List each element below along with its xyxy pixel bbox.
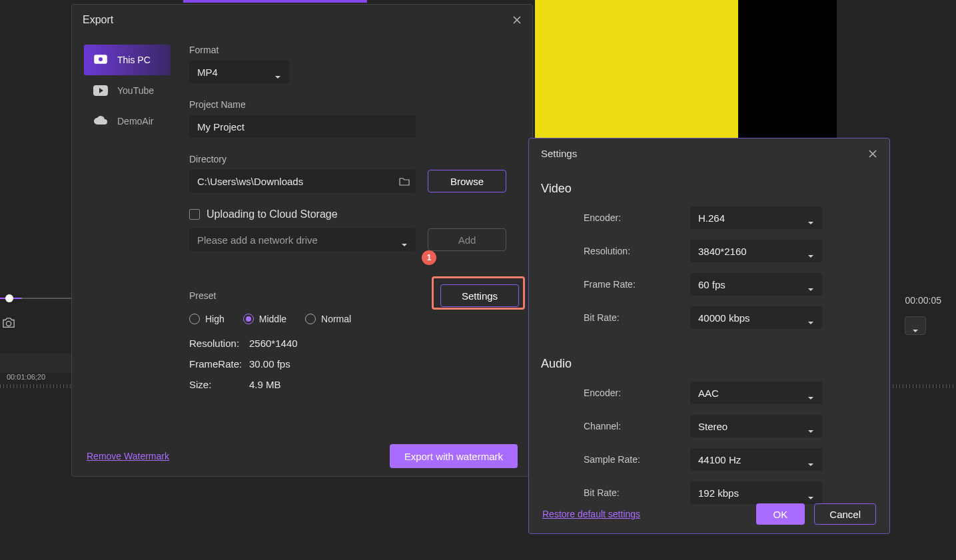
video-bitrate-select[interactable]: 40000 kbps [690,306,822,329]
timeline-zoom-slider[interactable] [0,296,73,299]
audio-encoder-label: Encoder: [584,388,690,398]
sidebar-item-label: YouTube [117,85,154,96]
export-dialog-title: Export [83,14,113,26]
video-resolution-label: Resolution: [584,246,690,256]
checkbox-icon[interactable] [189,209,200,220]
sidebar-item-demoair[interactable]: DemoAir [84,106,171,137]
sidebar-item-label: DemoAir [117,116,153,127]
pc-icon [93,54,108,66]
preview-content [535,0,738,138]
preset-radio-normal[interactable]: Normal [305,314,351,324]
export-dialog-titlebar: Export [72,5,532,35]
close-icon[interactable] [868,149,877,158]
settings-dialog-title: Settings [541,148,577,159]
preset-radio-middle[interactable]: Middle [243,314,286,324]
audio-samplerate-select[interactable]: 44100 Hz [690,448,822,471]
add-drive-button[interactable]: Add [428,228,506,251]
export-dialog: Export This PC YouTube Dem [71,4,533,477]
info-size-value: 4.9 MB [249,379,519,390]
browse-button[interactable]: Browse [428,170,506,192]
cancel-button[interactable]: Cancel [814,503,876,525]
chevron-down-icon [912,324,919,328]
chevron-down-icon [807,316,814,320]
video-resolution-select[interactable]: 3840*2160 [690,240,822,262]
network-drive-placeholder: Please add a network drive [197,234,318,246]
video-section-heading: Video [529,168,889,201]
project-name-input[interactable]: My Project [189,115,416,138]
audio-channel-label: Channel: [584,421,690,431]
chevron-down-icon [807,424,814,428]
export-form: Format MP4 Project Name My Project Direc… [171,45,524,390]
directory-value: C:\Users\ws\Downloads [189,176,393,187]
settings-button[interactable]: Settings [440,284,519,307]
video-bitrate-label: Bit Rate: [584,312,690,323]
cloud-icon [93,115,108,127]
audio-samplerate-label: Sample Rate: [584,454,690,465]
project-name-label: Project Name [189,99,519,110]
export-sidebar: This PC YouTube DemoAir [84,45,171,390]
network-drive-select[interactable]: Please add a network drive [189,228,416,251]
settings-dialog: Settings Video Encoder: H.264 Resolution… [528,138,890,534]
format-value: MP4 [197,67,218,78]
directory-label: Directory [189,154,519,164]
chevron-down-icon [807,216,814,220]
info-size-label: Size: [189,379,249,390]
format-label: Format [189,45,519,55]
top-accent-bar [183,0,367,3]
chevron-down-icon [274,70,281,74]
restore-defaults-link[interactable]: Restore default settings [542,509,640,519]
settings-dialog-titlebar: Settings [529,139,889,168]
video-encoder-select[interactable]: H.264 [690,206,822,229]
timeline-options-dropdown[interactable] [905,316,926,335]
timeline-track[interactable] [0,353,73,373]
settings-dialog-footer: Restore default settings OK Cancel [529,495,889,533]
chevron-down-icon [807,249,814,253]
chevron-down-icon [401,238,408,242]
ok-button[interactable]: OK [756,503,805,525]
audio-channel-select[interactable]: Stereo [690,415,822,437]
sidebar-item-label: This PC [117,55,151,65]
snapshot-icon[interactable] [1,317,16,329]
timeline-time-left: 00:01:06;20 [7,373,45,381]
export-dialog-footer: Remove Watermark Export with watermark [72,436,532,476]
youtube-icon [93,85,108,97]
audio-section-heading: Audio [529,334,889,376]
project-name-value: My Project [197,121,244,133]
audio-encoder-select[interactable]: AAC [690,382,822,404]
preset-label: Preset [189,290,216,301]
cloud-upload-label: Uploading to Cloud Storage [207,208,338,220]
close-icon[interactable] [512,15,522,25]
remove-watermark-link[interactable]: Remove Watermark [87,451,169,461]
preset-radio-group: High Middle Normal [189,314,519,324]
folder-icon[interactable] [393,176,416,186]
info-resolution-value: 2560*1440 [249,338,519,349]
export-info: Resolution: 2560*1440 FrameRate: 30.00 f… [189,338,519,390]
preset-radio-high[interactable]: High [189,314,225,324]
info-framerate-label: FrameRate: [189,358,249,370]
chevron-down-icon [807,457,814,461]
sidebar-item-youtube[interactable]: YouTube [84,75,171,106]
sidebar-item-this-pc[interactable]: This PC [84,45,171,75]
directory-input[interactable]: C:\Users\ws\Downloads [189,170,416,192]
timeline-time-right: 00:00:05 [905,295,942,306]
export-button[interactable]: Export with watermark [390,444,518,468]
chevron-down-icon [807,282,814,286]
info-framerate-value: 30.00 fps [249,358,519,370]
cloud-upload-checkbox-row[interactable]: Uploading to Cloud Storage [189,208,519,220]
svg-point-1 [99,57,103,61]
video-encoder-label: Encoder: [584,212,690,223]
video-framerate-select[interactable]: 60 fps [690,273,822,296]
video-framerate-label: Frame Rate: [584,279,690,290]
info-resolution-label: Resolution: [189,338,249,349]
annotation-badge-1: 1 [422,250,436,265]
format-select[interactable]: MP4 [189,61,289,83]
chevron-down-icon [807,391,814,395]
